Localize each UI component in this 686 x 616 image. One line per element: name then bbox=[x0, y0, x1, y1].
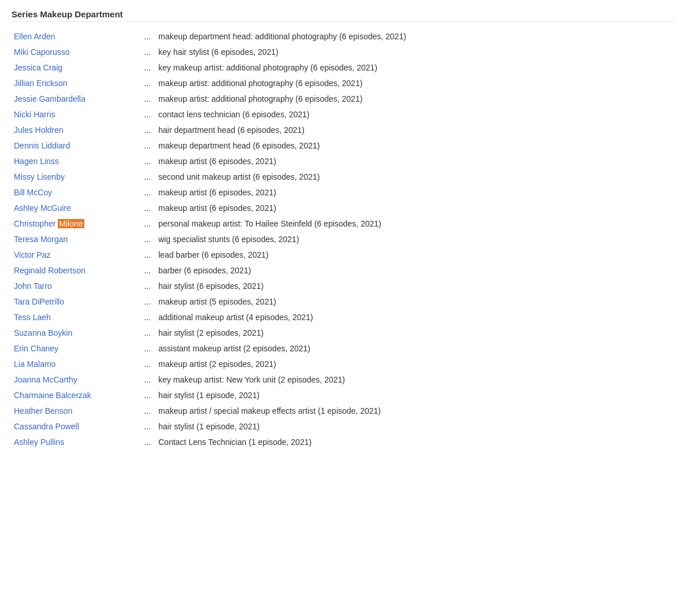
dots-cell: ... bbox=[139, 60, 156, 76]
person-link[interactable]: Ashley Pullins bbox=[14, 437, 64, 447]
table-row: Jules Holdren...hair department head (6 … bbox=[12, 123, 674, 138]
name-cell: Christopher Milone bbox=[12, 216, 139, 232]
name-cell: Ellen Arden bbox=[12, 29, 139, 44]
table-row: John Tarro...hair stylist (6 episodes, 2… bbox=[12, 279, 674, 294]
dots-cell: ... bbox=[139, 325, 156, 341]
role-cell: hair department head (6 episodes, 2021) bbox=[156, 123, 674, 138]
name-cell: Jules Holdren bbox=[12, 123, 139, 138]
person-link[interactable]: Jessica Craig bbox=[14, 63, 62, 72]
name-cell: Jessie Gambardella bbox=[12, 91, 139, 107]
role-cell: makeup artist (6 episodes, 2021) bbox=[156, 185, 674, 201]
name-cell: Miki Caporusso bbox=[12, 44, 139, 60]
dots-cell: ... bbox=[139, 263, 156, 279]
person-link[interactable]: Nicki Harris bbox=[14, 110, 55, 119]
role-cell: personal makeup artist: To Hailee Steinf… bbox=[156, 216, 674, 232]
person-link[interactable]: Jessie Gambardella bbox=[14, 94, 86, 103]
person-link[interactable]: John Tarro bbox=[14, 281, 52, 291]
role-cell: second unit makeup artist (6 episodes, 2… bbox=[156, 169, 674, 185]
name-cell: Dennis Liddiard bbox=[12, 138, 139, 154]
dots-cell: ... bbox=[139, 44, 156, 60]
table-row: Dennis Liddiard...makeup department head… bbox=[12, 138, 674, 154]
table-row: Cassandra Powell...hair stylist (1 episo… bbox=[12, 419, 674, 435]
table-row: Teresa Morgan...wig specialist stunts (6… bbox=[12, 232, 674, 247]
person-link[interactable]: Missy Lisenby bbox=[14, 172, 65, 181]
name-cell: Tara DiPetrillo bbox=[12, 294, 139, 310]
role-cell: Contact Lens Technician (1 episode, 2021… bbox=[156, 435, 674, 450]
dots-cell: ... bbox=[139, 435, 156, 450]
dots-cell: ... bbox=[139, 169, 156, 185]
table-row: Suzanna Boykin...hair stylist (2 episode… bbox=[12, 325, 674, 341]
table-row: Joanna McCarthy...key makeup artist: New… bbox=[12, 372, 674, 388]
table-row: Jillian Erickson...makeup artist: additi… bbox=[12, 76, 674, 91]
table-row: Jessie Gambardella...makeup artist: addi… bbox=[12, 91, 674, 107]
dots-cell: ... bbox=[139, 310, 156, 325]
name-cell: Erin Chaney bbox=[12, 341, 139, 357]
role-cell: makeup artist (5 episodes, 2021) bbox=[156, 294, 674, 310]
dots-cell: ... bbox=[139, 154, 156, 169]
person-link[interactable]: Tara DiPetrillo bbox=[14, 297, 64, 306]
name-cell: Ashley McGuire bbox=[12, 201, 139, 216]
person-link[interactable]: Jillian Erickson bbox=[14, 79, 68, 88]
table-row: Charmaine Balcerzak...hair stylist (1 ep… bbox=[12, 388, 674, 403]
table-row: Christopher Milone...personal makeup art… bbox=[12, 216, 674, 232]
person-link[interactable]: Hagen Linss bbox=[14, 157, 59, 166]
role-cell: lead barber (6 episodes, 2021) bbox=[156, 247, 674, 263]
person-link[interactable]: Teresa Morgan bbox=[14, 235, 68, 244]
section-title: Series Makeup Department bbox=[12, 9, 674, 22]
name-cell: John Tarro bbox=[12, 279, 139, 294]
role-cell: hair stylist (1 episode, 2021) bbox=[156, 419, 674, 435]
name-cell: Heather Benson bbox=[12, 403, 139, 419]
person-link[interactable]: Charmaine Balcerzak bbox=[14, 391, 91, 400]
table-row: Miki Caporusso...key hair stylist (6 epi… bbox=[12, 44, 674, 60]
role-cell: key makeup artist: additional photograph… bbox=[156, 60, 674, 76]
person-link[interactable]: Victor Paz bbox=[14, 250, 51, 259]
role-cell: makeup department head: additional photo… bbox=[156, 29, 674, 44]
role-cell: makeup artist / special makeup effects a… bbox=[156, 403, 674, 419]
name-cell: Missy Lisenby bbox=[12, 169, 139, 185]
person-link[interactable]: Cassandra Powell bbox=[14, 422, 79, 431]
role-cell: key hair stylist (6 episodes, 2021) bbox=[156, 44, 674, 60]
person-link[interactable]: Christopher Milone bbox=[14, 219, 84, 228]
name-cell: Jillian Erickson bbox=[12, 76, 139, 91]
role-cell: makeup artist: additional photography (6… bbox=[156, 76, 674, 91]
role-cell: assistant makeup artist (2 episodes, 202… bbox=[156, 341, 674, 357]
name-cell: Suzanna Boykin bbox=[12, 325, 139, 341]
dots-cell: ... bbox=[139, 357, 156, 372]
person-link[interactable]: Lia Malamo bbox=[14, 359, 55, 369]
dots-cell: ... bbox=[139, 247, 156, 263]
person-link[interactable]: Erin Chaney bbox=[14, 344, 58, 353]
person-link[interactable]: Heather Benson bbox=[14, 406, 72, 415]
table-row: Erin Chaney...assistant makeup artist (2… bbox=[12, 341, 674, 357]
person-link[interactable]: Miki Caporusso bbox=[14, 47, 69, 57]
name-cell: Charmaine Balcerzak bbox=[12, 388, 139, 403]
role-cell: hair stylist (2 episodes, 2021) bbox=[156, 325, 674, 341]
table-row: Nicki Harris...contact lens technician (… bbox=[12, 107, 674, 123]
dots-cell: ... bbox=[139, 123, 156, 138]
role-cell: makeup artist (6 episodes, 2021) bbox=[156, 154, 674, 169]
table-row: Reginald Robertson...barber (6 episodes,… bbox=[12, 263, 674, 279]
table-row: Tess Laeh...additional makeup artist (4 … bbox=[12, 310, 674, 325]
department-table: Ellen Arden...makeup department head: ad… bbox=[12, 29, 674, 450]
person-link[interactable]: Dennis Liddiard bbox=[14, 141, 70, 150]
role-cell: wig specialist stunts (6 episodes, 2021) bbox=[156, 232, 674, 247]
person-link[interactable]: Bill McCoy bbox=[14, 188, 52, 197]
person-link[interactable]: Ellen Arden bbox=[14, 32, 55, 41]
person-link[interactable]: Ashley McGuire bbox=[14, 203, 71, 213]
dots-cell: ... bbox=[139, 107, 156, 123]
table-row: Jessica Craig...key makeup artist: addit… bbox=[12, 60, 674, 76]
name-cell: Bill McCoy bbox=[12, 185, 139, 201]
name-cell: Cassandra Powell bbox=[12, 419, 139, 435]
person-link[interactable]: Tess Laeh bbox=[14, 313, 51, 322]
role-cell: makeup department head (6 episodes, 2021… bbox=[156, 138, 674, 154]
name-cell: Joanna McCarthy bbox=[12, 372, 139, 388]
dots-cell: ... bbox=[139, 341, 156, 357]
role-cell: additional makeup artist (4 episodes, 20… bbox=[156, 310, 674, 325]
name-cell: Teresa Morgan bbox=[12, 232, 139, 247]
dots-cell: ... bbox=[139, 91, 156, 107]
name-cell: Lia Malamo bbox=[12, 357, 139, 372]
person-link[interactable]: Joanna McCarthy bbox=[14, 375, 77, 384]
person-link[interactable]: Suzanna Boykin bbox=[14, 328, 72, 337]
person-link[interactable]: Jules Holdren bbox=[14, 125, 64, 135]
person-link[interactable]: Reginald Robertson bbox=[14, 266, 86, 275]
role-cell: hair stylist (1 episode, 2021) bbox=[156, 388, 674, 403]
